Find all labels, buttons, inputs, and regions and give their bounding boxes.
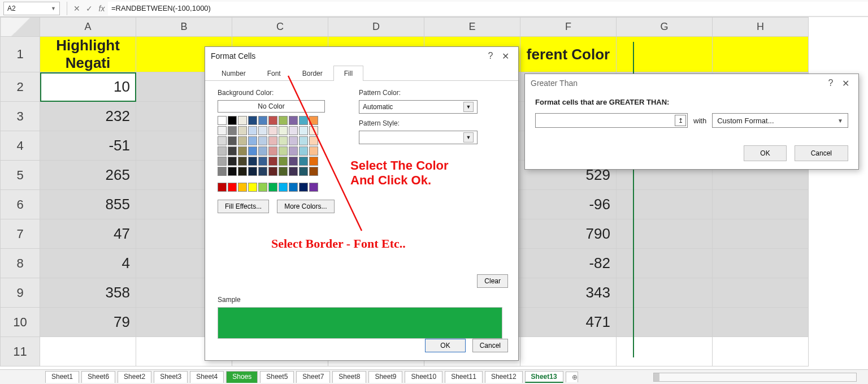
cell[interactable]: 47	[40, 219, 136, 249]
row-header[interactable]: 9	[1, 278, 40, 308]
sheet-tab[interactable]: Sheet10	[405, 371, 442, 383]
color-swatch[interactable]	[309, 116, 318, 125]
column-header[interactable]: B	[136, 18, 232, 37]
color-swatch[interactable]	[309, 157, 318, 166]
color-swatch[interactable]	[218, 136, 227, 145]
cell[interactable]	[40, 337, 136, 366]
horizontal-scrollbar[interactable]	[653, 373, 857, 382]
cell[interactable]	[617, 308, 713, 337]
color-swatch[interactable]	[309, 136, 318, 145]
row-header[interactable]: 10	[1, 308, 40, 337]
sheet-tab[interactable]: Sheet5	[260, 371, 294, 383]
cell[interactable]: 855	[40, 190, 136, 219]
column-header[interactable]: G	[617, 18, 713, 37]
cell[interactable]: 343	[520, 278, 617, 308]
row-header[interactable]: 4	[1, 131, 40, 161]
cell[interactable]	[713, 308, 809, 337]
color-swatch[interactable]	[309, 167, 318, 176]
color-swatch[interactable]	[268, 146, 277, 156]
sheet-tab[interactable]: Shoes	[226, 371, 258, 383]
color-swatch[interactable]	[268, 116, 277, 125]
cancel-button[interactable]: Cancel	[795, 145, 848, 161]
more-colors-button[interactable]: More Colors...	[277, 200, 334, 213]
tab-number[interactable]: Number	[211, 66, 257, 81]
color-swatch[interactable]	[258, 116, 267, 125]
color-swatch[interactable]	[309, 183, 318, 192]
cell[interactable]	[713, 249, 809, 278]
color-swatch[interactable]	[248, 136, 257, 145]
column-header[interactable]: C	[232, 18, 328, 37]
help-icon[interactable]: ?	[823, 78, 838, 88]
color-swatch[interactable]	[268, 167, 277, 176]
color-swatch[interactable]	[279, 157, 288, 166]
name-box-dropdown-icon[interactable]: ▼	[51, 6, 56, 11]
new-sheet-button[interactable]: ⊕	[566, 372, 578, 382]
cell[interactable]	[617, 249, 713, 278]
tab-fill[interactable]: Fill	[333, 66, 363, 81]
cell[interactable]	[713, 219, 809, 249]
color-swatch[interactable]	[248, 146, 257, 156]
color-swatch[interactable]	[268, 136, 277, 145]
format-preset-combo[interactable]: Custom Format... ▼	[712, 113, 848, 128]
color-swatch[interactable]	[248, 183, 257, 192]
color-swatch[interactable]	[238, 183, 247, 192]
color-swatch[interactable]	[218, 146, 227, 156]
color-swatch[interactable]	[279, 126, 288, 135]
color-swatch[interactable]	[238, 136, 247, 145]
cell[interactable]: ferent Color	[520, 37, 617, 72]
color-swatch[interactable]	[228, 167, 237, 176]
color-swatch[interactable]	[238, 116, 247, 125]
cell[interactable]: -82	[520, 249, 617, 278]
fx-icon[interactable]: fx	[96, 2, 108, 15]
cell[interactable]	[713, 37, 809, 72]
color-swatch[interactable]	[248, 157, 257, 166]
color-swatch[interactable]	[289, 126, 298, 135]
accept-formula-icon[interactable]: ✓	[83, 2, 96, 15]
color-swatch[interactable]	[299, 167, 308, 176]
cell[interactable]	[713, 190, 809, 219]
color-swatch[interactable]	[258, 146, 267, 156]
color-swatch[interactable]	[289, 183, 298, 192]
clear-button[interactable]: Clear	[477, 274, 508, 288]
color-swatch[interactable]	[258, 126, 267, 135]
cell[interactable]: 10	[40, 72, 136, 102]
help-icon[interactable]: ?	[483, 51, 498, 61]
cell[interactable]: -96	[520, 190, 617, 219]
sheet-tab[interactable]: Sheet9	[368, 371, 402, 383]
color-swatch[interactable]	[238, 146, 247, 156]
color-swatch[interactable]	[268, 157, 277, 166]
color-swatch[interactable]	[228, 116, 237, 125]
no-color-button[interactable]: No Color	[218, 100, 325, 113]
cell[interactable]	[713, 278, 809, 308]
color-swatch[interactable]	[299, 126, 308, 135]
color-swatch[interactable]	[279, 116, 288, 125]
column-header[interactable]: A	[40, 18, 136, 37]
color-swatch[interactable]	[279, 146, 288, 156]
color-swatch[interactable]	[218, 167, 227, 176]
row-header[interactable]: 7	[1, 219, 40, 249]
ok-button[interactable]: OK	[425, 339, 465, 352]
color-swatch[interactable]	[289, 136, 298, 145]
cell[interactable]: 471	[520, 308, 617, 337]
sheet-tab[interactable]: Sheet7	[296, 371, 330, 383]
column-header[interactable]: E	[424, 18, 520, 37]
range-picker-icon[interactable]: ↥	[675, 115, 686, 126]
cell[interactable]	[617, 219, 713, 249]
cancel-button[interactable]: Cancel	[472, 339, 508, 352]
cell[interactable]	[617, 37, 713, 72]
color-swatch[interactable]	[228, 146, 237, 156]
cell[interactable]	[617, 190, 713, 219]
cell[interactable]: -51	[40, 131, 136, 161]
close-icon[interactable]: ✕	[498, 51, 513, 62]
color-swatch[interactable]	[279, 167, 288, 176]
select-all-corner[interactable]	[1, 18, 40, 37]
cell[interactable]: 79	[40, 308, 136, 337]
color-swatch[interactable]	[268, 183, 277, 192]
color-swatch[interactable]	[238, 167, 247, 176]
close-icon[interactable]: ✕	[838, 78, 853, 89]
color-swatch[interactable]	[299, 116, 308, 125]
row-header[interactable]: 6	[1, 190, 40, 219]
row-header[interactable]: 8	[1, 249, 40, 278]
color-swatch[interactable]	[238, 126, 247, 135]
name-box[interactable]: A2 ▼	[3, 2, 60, 15]
